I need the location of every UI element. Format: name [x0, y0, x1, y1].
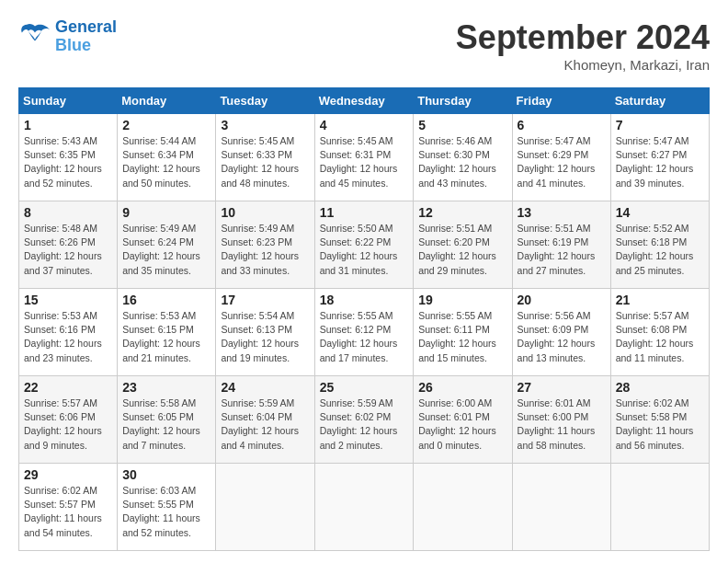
day-number: 13	[518, 205, 606, 220]
calendar-cell: 4 Sunrise: 5:45 AM Sunset: 6:31 PM Dayli…	[314, 114, 414, 201]
calendar-cell: 27 Sunrise: 6:01 AM Sunset: 6:00 PM Dayl…	[512, 376, 610, 464]
day-number: 16	[122, 293, 210, 307]
logo-text: General Blue	[55, 18, 117, 55]
day-number: 23	[122, 380, 210, 395]
calendar-cell: 25 Sunrise: 5:59 AM Sunset: 6:02 PM Dayl…	[314, 376, 414, 464]
calendar-cell: 2 Sunrise: 5:44 AM Sunset: 6:34 PM Dayli…	[118, 114, 216, 201]
calendar-cell: 13 Sunrise: 5:51 AM Sunset: 6:19 PM Dayl…	[512, 201, 610, 289]
day-number: 5	[418, 118, 506, 132]
logo-bird-icon	[18, 23, 51, 51]
day-number: 29	[24, 467, 112, 482]
day-number: 18	[320, 293, 409, 307]
calendar-cell: 8 Sunrise: 5:48 AM Sunset: 6:26 PM Dayli…	[19, 201, 118, 289]
day-number: 22	[24, 380, 112, 395]
weekday-header-wednesday: Wednesday	[314, 88, 414, 114]
title-block: September 2024 Khomeyn, Markazi, Iran	[456, 18, 710, 73]
day-number: 27	[518, 380, 606, 395]
day-number: 15	[24, 293, 112, 307]
day-number: 19	[418, 293, 506, 307]
calendar-cell: 21 Sunrise: 5:57 AM Sunset: 6:08 PM Dayl…	[610, 289, 709, 376]
day-info: Sunrise: 5:49 AM Sunset: 6:23 PM Dayligh…	[221, 222, 309, 278]
weekday-header-sunday: Sunday	[19, 88, 118, 114]
calendar-cell: 12 Sunrise: 5:51 AM Sunset: 6:20 PM Dayl…	[414, 201, 512, 289]
day-number: 24	[221, 380, 309, 395]
calendar-cell: 26 Sunrise: 6:00 AM Sunset: 6:01 PM Dayl…	[414, 376, 512, 464]
day-info: Sunrise: 5:55 AM Sunset: 6:11 PM Dayligh…	[418, 309, 506, 365]
page-header: General Blue September 2024 Khomeyn, Mar…	[18, 18, 710, 73]
month-title: September 2024	[456, 18, 710, 57]
calendar-cell: 10 Sunrise: 5:49 AM Sunset: 6:23 PM Dayl…	[216, 201, 314, 289]
day-number: 8	[24, 205, 112, 220]
day-info: Sunrise: 5:45 AM Sunset: 6:33 PM Dayligh…	[221, 134, 309, 190]
day-info: Sunrise: 5:43 AM Sunset: 6:35 PM Dayligh…	[24, 134, 112, 190]
calendar-cell: 5 Sunrise: 5:46 AM Sunset: 6:30 PM Dayli…	[414, 114, 512, 201]
day-number: 17	[221, 293, 309, 307]
day-number: 4	[320, 118, 409, 132]
day-info: Sunrise: 5:54 AM Sunset: 6:13 PM Dayligh…	[221, 309, 309, 365]
calendar-cell: 11 Sunrise: 5:50 AM Sunset: 6:22 PM Dayl…	[314, 201, 414, 289]
day-info: Sunrise: 5:47 AM Sunset: 6:27 PM Dayligh…	[616, 134, 704, 190]
calendar-cell: 9 Sunrise: 5:49 AM Sunset: 6:24 PM Dayli…	[118, 201, 216, 289]
calendar-cell: 19 Sunrise: 5:55 AM Sunset: 6:11 PM Dayl…	[414, 289, 512, 376]
calendar-cell	[216, 464, 314, 551]
day-info: Sunrise: 5:59 AM Sunset: 6:02 PM Dayligh…	[320, 396, 409, 453]
calendar-cell: 15 Sunrise: 5:53 AM Sunset: 6:16 PM Dayl…	[19, 289, 118, 376]
calendar-cell: 23 Sunrise: 5:58 AM Sunset: 6:05 PM Dayl…	[118, 376, 216, 464]
day-info: Sunrise: 5:52 AM Sunset: 6:18 PM Dayligh…	[616, 222, 704, 278]
calendar-cell	[512, 464, 610, 551]
day-info: Sunrise: 5:59 AM Sunset: 6:04 PM Dayligh…	[221, 396, 309, 453]
day-number: 6	[518, 118, 606, 132]
calendar-table: SundayMondayTuesdayWednesdayThursdayFrid…	[18, 87, 710, 551]
calendar-cell: 22 Sunrise: 5:57 AM Sunset: 6:06 PM Dayl…	[19, 376, 118, 464]
day-info: Sunrise: 5:51 AM Sunset: 6:19 PM Dayligh…	[518, 222, 606, 278]
calendar-week-4: 22 Sunrise: 5:57 AM Sunset: 6:06 PM Dayl…	[19, 376, 710, 464]
calendar-cell: 24 Sunrise: 5:59 AM Sunset: 6:04 PM Dayl…	[216, 376, 314, 464]
day-number: 11	[320, 205, 409, 220]
calendar-cell: 1 Sunrise: 5:43 AM Sunset: 6:35 PM Dayli…	[19, 114, 118, 201]
day-number: 28	[616, 380, 704, 395]
day-info: Sunrise: 5:44 AM Sunset: 6:34 PM Dayligh…	[122, 134, 210, 190]
calendar-cell: 3 Sunrise: 5:45 AM Sunset: 6:33 PM Dayli…	[216, 114, 314, 201]
calendar-cell: 30 Sunrise: 6:03 AM Sunset: 5:55 PM Dayl…	[118, 464, 216, 551]
day-number: 2	[122, 118, 210, 132]
day-info: Sunrise: 5:50 AM Sunset: 6:22 PM Dayligh…	[320, 222, 409, 278]
day-number: 9	[122, 205, 210, 220]
calendar-cell: 16 Sunrise: 5:53 AM Sunset: 6:15 PM Dayl…	[118, 289, 216, 376]
day-info: Sunrise: 5:58 AM Sunset: 6:05 PM Dayligh…	[122, 396, 210, 453]
day-info: Sunrise: 5:53 AM Sunset: 6:16 PM Dayligh…	[24, 309, 112, 365]
calendar-cell: 29 Sunrise: 6:02 AM Sunset: 5:57 PM Dayl…	[19, 464, 118, 551]
day-info: Sunrise: 5:49 AM Sunset: 6:24 PM Dayligh…	[122, 222, 210, 278]
day-info: Sunrise: 5:45 AM Sunset: 6:31 PM Dayligh…	[320, 134, 409, 190]
calendar-week-1: 1 Sunrise: 5:43 AM Sunset: 6:35 PM Dayli…	[19, 114, 710, 201]
calendar-cell: 17 Sunrise: 5:54 AM Sunset: 6:13 PM Dayl…	[216, 289, 314, 376]
day-info: Sunrise: 6:01 AM Sunset: 6:00 PM Dayligh…	[518, 396, 606, 453]
location-subtitle: Khomeyn, Markazi, Iran	[456, 57, 710, 73]
day-number: 3	[221, 118, 309, 132]
day-number: 30	[122, 467, 210, 482]
day-info: Sunrise: 5:53 AM Sunset: 6:15 PM Dayligh…	[122, 309, 210, 365]
day-info: Sunrise: 5:56 AM Sunset: 6:09 PM Dayligh…	[518, 309, 606, 365]
day-number: 21	[616, 293, 704, 307]
calendar-week-5: 29 Sunrise: 6:02 AM Sunset: 5:57 PM Dayl…	[19, 464, 710, 551]
day-info: Sunrise: 5:51 AM Sunset: 6:20 PM Dayligh…	[418, 222, 506, 278]
weekday-header-monday: Monday	[118, 88, 216, 114]
day-info: Sunrise: 5:47 AM Sunset: 6:29 PM Dayligh…	[518, 134, 606, 190]
calendar-cell	[610, 464, 709, 551]
weekday-header-friday: Friday	[512, 88, 610, 114]
day-info: Sunrise: 5:46 AM Sunset: 6:30 PM Dayligh…	[418, 134, 506, 190]
day-info: Sunrise: 6:00 AM Sunset: 6:01 PM Dayligh…	[418, 396, 506, 453]
logo: General Blue	[18, 18, 117, 55]
calendar-cell: 6 Sunrise: 5:47 AM Sunset: 6:29 PM Dayli…	[512, 114, 610, 201]
calendar-cell: 28 Sunrise: 6:02 AM Sunset: 5:58 PM Dayl…	[610, 376, 709, 464]
calendar-cell: 14 Sunrise: 5:52 AM Sunset: 6:18 PM Dayl…	[610, 201, 709, 289]
day-info: Sunrise: 5:55 AM Sunset: 6:12 PM Dayligh…	[320, 309, 409, 365]
weekday-header-saturday: Saturday	[610, 88, 709, 114]
day-number: 1	[24, 118, 112, 132]
calendar-cell: 18 Sunrise: 5:55 AM Sunset: 6:12 PM Dayl…	[314, 289, 414, 376]
day-number: 20	[518, 293, 606, 307]
day-number: 7	[616, 118, 704, 132]
calendar-cell	[314, 464, 414, 551]
weekday-header-tuesday: Tuesday	[216, 88, 314, 114]
calendar-cell: 7 Sunrise: 5:47 AM Sunset: 6:27 PM Dayli…	[610, 114, 709, 201]
day-info: Sunrise: 6:02 AM Sunset: 5:57 PM Dayligh…	[24, 484, 112, 540]
